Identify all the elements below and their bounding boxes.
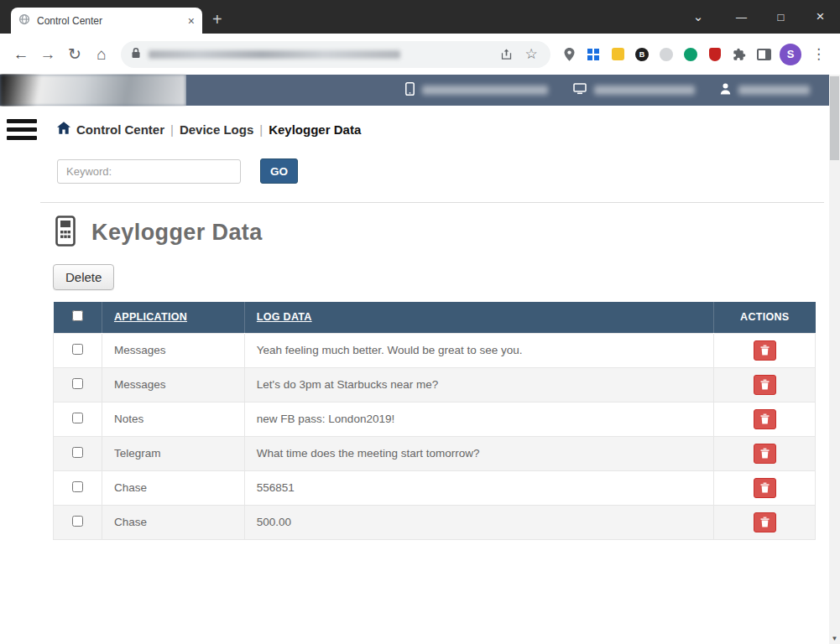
share-icon[interactable]	[498, 46, 514, 63]
go-button[interactable]: GO	[260, 158, 298, 184]
header-link-session[interactable]	[573, 83, 695, 98]
blurred-label	[594, 86, 695, 95]
puzzle-extensions-icon[interactable]	[731, 46, 748, 63]
yellow-extension-icon[interactable]	[609, 46, 626, 63]
table-row: Messages Let's do 3pm at Starbucks near …	[54, 367, 816, 402]
site-logo-blurred[interactable]	[0, 74, 186, 106]
tab-title: Control Center	[37, 15, 181, 27]
browser-window: Control Center × + ⌄ — □ × ← → ↻ ⌂ ☆	[0, 0, 840, 644]
extension-icons: B	[557, 46, 775, 63]
address-bar[interactable]: ☆	[121, 41, 550, 68]
delete-row-button[interactable]	[754, 375, 776, 395]
cell-log-data: Yeah feeling much better. Would be great…	[244, 333, 713, 367]
page-scrollbar[interactable]: ▼	[829, 75, 840, 644]
profile-avatar[interactable]: S	[780, 44, 801, 65]
keylogger-table: APPLICATION LOG DATA ACTIONS Messages Ye…	[53, 302, 816, 540]
window-controls: ⌄ — □ ×	[681, 0, 840, 34]
monitor-icon	[573, 83, 587, 98]
select-all-checkbox[interactable]	[72, 310, 83, 321]
cell-application: Messages	[102, 333, 244, 367]
hamburger-menu-icon[interactable]	[7, 115, 37, 144]
breadcrumb-control-center[interactable]: Control Center	[76, 122, 164, 137]
column-header-log-data: LOG DATA	[244, 302, 713, 333]
row-checkbox[interactable]	[72, 413, 83, 423]
cell-log-data: Let's do 3pm at Starbucks near me?	[244, 367, 713, 402]
delete-row-button[interactable]	[754, 512, 776, 532]
window-close-button[interactable]: ×	[801, 8, 840, 25]
maximize-button[interactable]: □	[761, 11, 801, 23]
search-row: GO	[0, 158, 840, 184]
user-icon	[720, 83, 731, 98]
cell-application: Chase	[102, 505, 244, 539]
breadcrumb-home-icon[interactable]	[57, 122, 70, 137]
header-link-device[interactable]	[405, 82, 548, 99]
cell-application: Notes	[102, 402, 244, 436]
minimize-button[interactable]: —	[722, 11, 761, 23]
table-row: Chase 500.00	[54, 505, 816, 539]
table-row: Chase 556851	[54, 470, 816, 505]
page-title: Keylogger Data	[91, 220, 263, 246]
back-button[interactable]: ←	[8, 42, 34, 67]
table-row: Telegram What time does the meeting star…	[54, 436, 816, 470]
table-header-row: APPLICATION LOG DATA ACTIONS	[54, 302, 816, 333]
red-shield-extension-icon[interactable]	[707, 46, 723, 63]
home-button[interactable]: ⌂	[89, 42, 114, 67]
reload-button[interactable]: ↻	[62, 42, 87, 67]
section-title-row: Keylogger Data	[55, 216, 840, 250]
breadcrumb-device-logs[interactable]: Device Logs	[180, 122, 253, 137]
cell-log-data: What time does the meeting start tomorro…	[244, 436, 713, 470]
delete-row-button[interactable]	[754, 444, 776, 464]
blurred-label	[422, 86, 548, 95]
sort-application[interactable]: APPLICATION	[114, 311, 187, 323]
delete-row-button[interactable]	[754, 478, 776, 498]
cell-log-data: 556851	[244, 470, 713, 505]
breadcrumb-separator: |	[170, 122, 174, 137]
browser-navbar: ← → ↻ ⌂ ☆ B	[0, 34, 840, 75]
window-chevron-icon[interactable]: ⌄	[681, 9, 715, 24]
row-checkbox[interactable]	[72, 344, 83, 355]
green-circle-extension-icon[interactable]	[682, 46, 699, 63]
scroll-down-arrow-icon[interactable]: ▼	[829, 632, 840, 644]
blurred-url	[149, 50, 400, 59]
cell-application: Telegram	[102, 436, 244, 470]
location-pin-icon[interactable]	[561, 46, 577, 63]
browser-menu-dots-icon[interactable]: ⋮	[806, 45, 832, 63]
row-checkbox[interactable]	[72, 447, 83, 458]
breadcrumb-keylogger-data: Keylogger Data	[269, 122, 361, 137]
table-row: Messages Yeah feeling much better. Would…	[54, 333, 816, 367]
delete-row-button[interactable]	[754, 340, 776, 361]
section-divider	[40, 202, 824, 203]
site-header	[0, 75, 840, 106]
delete-button[interactable]: Delete	[53, 264, 114, 290]
browser-titlebar: Control Center × + ⌄ — □ ×	[0, 0, 840, 34]
row-checkbox[interactable]	[72, 481, 83, 492]
lock-icon	[131, 47, 141, 62]
cell-application: Chase	[102, 470, 244, 505]
gray-circle-extension-icon[interactable]	[658, 46, 675, 63]
breadcrumb-separator: |	[259, 122, 263, 137]
cell-application: Messages	[102, 367, 244, 402]
column-header-actions: ACTIONS	[714, 302, 816, 333]
breadcrumb: Control Center | Device Logs | Keylogger…	[57, 122, 361, 137]
tab-favicon-globe-icon	[18, 13, 30, 29]
side-panel-icon[interactable]	[755, 46, 772, 63]
column-header-application: APPLICATION	[102, 302, 244, 333]
select-all-cell	[54, 302, 102, 333]
blue-squares-extension-icon[interactable]	[585, 46, 602, 63]
cell-log-data: 500.00	[244, 505, 713, 539]
keyword-search-input[interactable]	[57, 159, 241, 184]
black-circle-extension-icon[interactable]: B	[634, 46, 650, 63]
browser-tab[interactable]: Control Center ×	[11, 8, 202, 34]
bookmark-star-icon[interactable]: ☆	[522, 45, 540, 64]
row-checkbox[interactable]	[72, 378, 83, 389]
header-link-account[interactable]	[720, 83, 810, 98]
forward-button[interactable]: →	[35, 42, 60, 67]
tab-close-icon[interactable]: ×	[188, 15, 195, 27]
breadcrumb-bar: Control Center | Device Logs | Keylogger…	[0, 106, 840, 153]
delete-row-button[interactable]	[754, 409, 776, 429]
row-checkbox[interactable]	[72, 516, 83, 527]
scrollbar-thumb[interactable]	[830, 76, 839, 160]
blurred-label	[738, 86, 810, 95]
new-tab-button[interactable]: +	[212, 11, 222, 28]
sort-log-data[interactable]: LOG DATA	[257, 311, 312, 323]
